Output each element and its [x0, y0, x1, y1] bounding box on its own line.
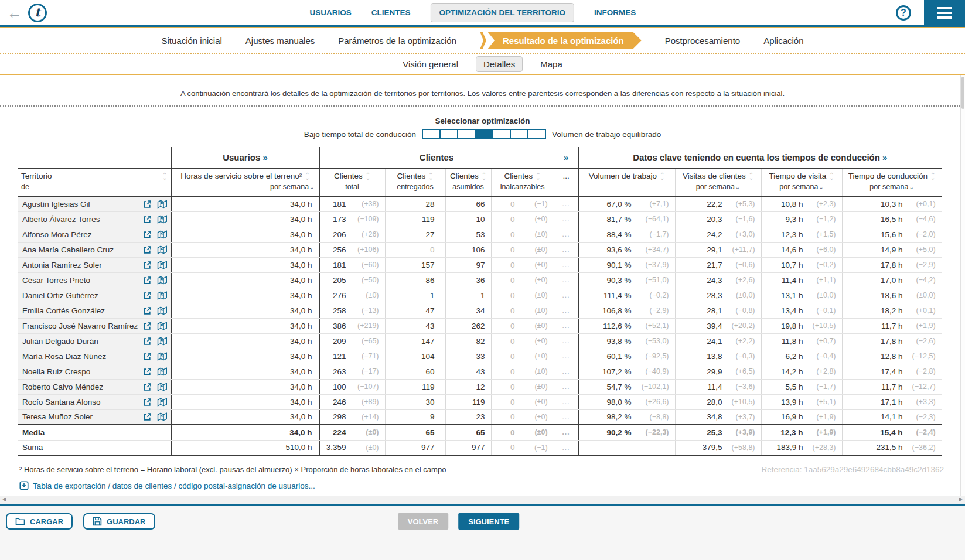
- group-more-link[interactable]: »: [554, 147, 578, 168]
- scroll-right-icon[interactable]: ▶: [959, 497, 963, 502]
- horizontal-scrollbar[interactable]: ◀ ▶: [0, 496, 965, 504]
- tab-vision-general[interactable]: Visión general: [403, 59, 458, 69]
- step-postprocesamiento[interactable]: Postprocesamiento: [665, 36, 740, 46]
- tiempo-visita-value: 13,9 h: [764, 398, 803, 407]
- slider-left-label: Bajo tiempo total de conducción: [304, 130, 416, 139]
- col-visitas-clientes[interactable]: Visitas de clientes⌃⌄ por semana⌄: [675, 168, 761, 196]
- nav-informes[interactable]: INFORMES: [594, 8, 636, 17]
- optimization-slider[interactable]: [422, 129, 546, 139]
- slider-segment-5[interactable]: [492, 129, 511, 139]
- map-icon[interactable]: [157, 276, 168, 285]
- col-horas-servicio[interactable]: Horas de servicio sobre el terreno²⌃⌄ po…: [171, 168, 319, 196]
- siguiente-button[interactable]: SIGUIENTE: [458, 513, 519, 530]
- clientes-asumidos-value: 65: [476, 428, 485, 437]
- tiempo-conduccion-value: 17,4 h: [845, 367, 903, 376]
- map-icon[interactable]: [157, 383, 168, 391]
- map-icon[interactable]: [157, 230, 168, 239]
- slider-segment-6[interactable]: [510, 129, 528, 139]
- table-row: Teresa Muñoz Soler 34,0 h 298(+14) 9 23 …: [18, 409, 942, 425]
- slider-segment-7[interactable]: [527, 129, 546, 139]
- table-row: Daniel Ortiz Gutiérrez 34,0 h 276(±0) 1 …: [18, 288, 942, 303]
- table-row: César Torres Prieto 34,0 h 205(−50) 86 3…: [18, 272, 942, 288]
- map-icon[interactable]: [157, 200, 168, 209]
- step-ajustes-manuales[interactable]: Ajustes manuales: [245, 36, 315, 46]
- step-situacion-inicial[interactable]: Situación inicial: [161, 36, 221, 46]
- menu-button[interactable]: [924, 0, 965, 25]
- tiempo-visita-value: 13,4 h: [764, 306, 803, 315]
- col-tiempo-visita[interactable]: Tiempo de visita⌃⌄ por semana⌄: [761, 168, 842, 196]
- link-arrows-icon: »: [882, 152, 887, 162]
- step-aplicacion[interactable]: Aplicación: [763, 36, 803, 46]
- open-territory-icon[interactable]: [143, 200, 152, 209]
- map-icon[interactable]: [157, 291, 168, 300]
- step-resultado-active[interactable]: Resultado de la optimización: [480, 32, 642, 49]
- map-icon[interactable]: [157, 261, 168, 269]
- cargar-button[interactable]: CARGAR: [6, 513, 73, 530]
- open-territory-icon[interactable]: [143, 230, 152, 239]
- open-territory-icon[interactable]: [143, 215, 152, 224]
- col-tiempo-conduccion[interactable]: Tiempo de conducción⌃⌄ por semana⌄: [842, 168, 942, 196]
- nav-optimizacion-territorio[interactable]: OPTIMIZACIÓN DEL TERRITORIO: [430, 3, 574, 22]
- step-parametros[interactable]: Parámetros de la optimización: [338, 36, 456, 46]
- open-territory-icon[interactable]: [143, 245, 152, 254]
- open-territory-icon[interactable]: [143, 291, 152, 300]
- vertical-scrollbar-thumb[interactable]: [961, 77, 964, 109]
- clientes-entregados-value: 119: [422, 383, 435, 391]
- back-arrow-icon[interactable]: ←: [7, 5, 22, 21]
- map-icon[interactable]: [157, 412, 168, 421]
- slider-segment-2[interactable]: [439, 129, 458, 139]
- guardar-button[interactable]: GUARDAR: [83, 513, 155, 530]
- col-more[interactable]: ...: [554, 168, 578, 196]
- map-icon[interactable]: [157, 337, 168, 346]
- slider-segment-1[interactable]: [422, 129, 441, 139]
- map-icon[interactable]: [157, 245, 168, 254]
- open-territory-icon[interactable]: [143, 398, 152, 407]
- tab-detalles[interactable]: Detalles: [476, 56, 523, 72]
- col-clientes-inalcanzables[interactable]: Clientes⌃⌄ inalcanzables: [491, 168, 554, 196]
- more-cell: ...: [554, 288, 578, 303]
- more-cell: ...: [554, 380, 578, 394]
- open-territory-icon[interactable]: [143, 276, 152, 285]
- group-usuarios-link[interactable]: Usuarios »: [171, 147, 319, 168]
- open-territory-icon[interactable]: [143, 306, 152, 315]
- col-territorio[interactable]: Territorio⌃⌄ de: [18, 168, 171, 196]
- col-clientes-total[interactable]: Clientes⌃⌄ total: [319, 168, 385, 196]
- tab-mapa[interactable]: Mapa: [540, 59, 562, 69]
- open-territory-icon[interactable]: [143, 261, 152, 269]
- help-button[interactable]: ?: [896, 5, 911, 21]
- open-territory-icon[interactable]: [143, 383, 152, 391]
- map-icon[interactable]: [157, 367, 168, 376]
- footer-bar: CARGAR GUARDAR VOLVER SIGUIENTE: [0, 506, 965, 560]
- map-icon[interactable]: [157, 322, 168, 330]
- slider-segment-4[interactable]: [475, 129, 493, 139]
- table-row: Julián Delgado Durán 34,0 h 209(−65) 147…: [18, 333, 942, 349]
- open-territory-icon[interactable]: [143, 322, 152, 330]
- vertical-scrollbar[interactable]: [960, 75, 965, 496]
- map-icon[interactable]: [157, 398, 168, 407]
- app-logo[interactable]: t: [28, 4, 47, 22]
- map-icon[interactable]: [157, 215, 168, 224]
- slider-segment-3[interactable]: [457, 129, 476, 139]
- volumen-trabajo-value: 67,0 %: [581, 200, 632, 209]
- tiempo-visita-diff: (+1,5): [803, 230, 836, 238]
- clientes-asumidos-value: 977: [472, 443, 485, 452]
- open-territory-icon[interactable]: [143, 412, 152, 421]
- clientes-total-value: 263: [322, 367, 346, 376]
- map-icon[interactable]: [157, 306, 168, 315]
- open-territory-icon[interactable]: [143, 337, 152, 346]
- export-link[interactable]: Tabla de exportación / datos de clientes…: [19, 481, 965, 490]
- tiempo-visita-diff: (+28,3): [803, 443, 836, 452]
- col-clientes-entregados[interactable]: Clientes⌃⌄ entregados: [385, 168, 445, 196]
- group-datos-link[interactable]: Datos clave teniendo en cuenta los tiemp…: [578, 147, 942, 168]
- nav-usuarios[interactable]: USUARIOS: [309, 8, 351, 17]
- notes-row: ² Horas de servicio sobre el terreno = H…: [19, 465, 944, 474]
- visitas-clientes-value: 29,1: [678, 245, 722, 254]
- open-territory-icon[interactable]: [143, 352, 152, 361]
- col-volumen-trabajo[interactable]: Volumen de trabajo⌃⌄: [578, 168, 675, 196]
- nav-clientes[interactable]: CLIENTES: [371, 8, 411, 17]
- volver-button[interactable]: VOLVER: [398, 513, 449, 530]
- open-territory-icon[interactable]: [143, 367, 152, 376]
- scroll-left-icon[interactable]: ◀: [2, 497, 6, 502]
- map-icon[interactable]: [157, 352, 168, 361]
- col-clientes-asumidos[interactable]: Clientes⌃⌄ asumidos: [445, 168, 491, 196]
